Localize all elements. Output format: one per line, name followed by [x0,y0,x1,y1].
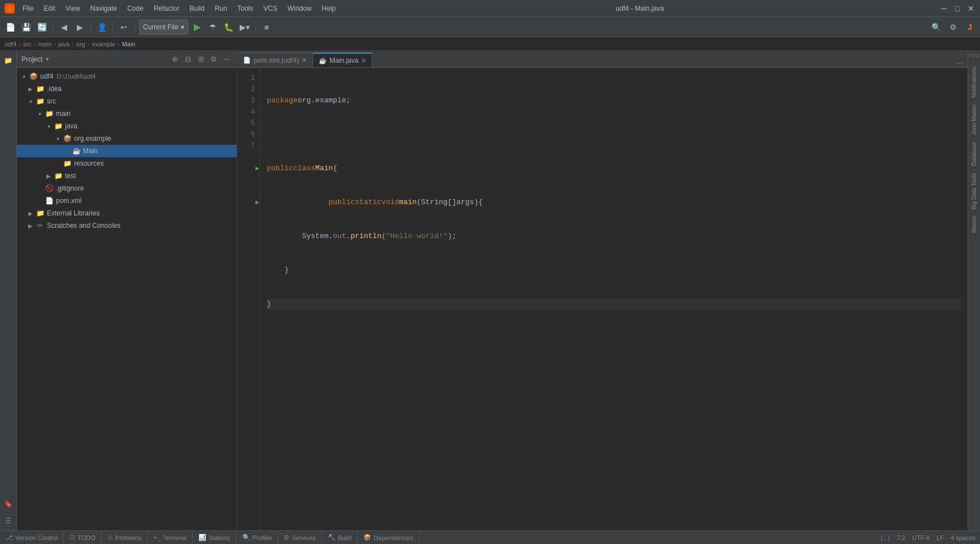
panel-dropdown-arrow[interactable]: ▾ [46,55,49,63]
menu-tools[interactable]: Tools [233,3,258,14]
collapse-all-button[interactable]: ⊟ [182,54,193,65]
breadcrumb-main[interactable]: main [38,41,51,48]
tree-item-idea[interactable]: ▶ 📁 .idea [17,83,237,95]
line-ending-label: LF [936,534,944,541]
breadcrumb-src[interactable]: src [23,41,32,48]
code-line-6: } [267,265,961,276]
more-run-button[interactable]: ▶▾ [238,20,251,34]
jetbrains-button[interactable]: J [963,20,977,34]
undo-button[interactable]: ↩ [117,20,131,34]
run-button[interactable]: ▶ [190,20,204,34]
tree-item-pom[interactable]: 📄 pom.xml [17,195,237,207]
tree-item-main-java[interactable]: ☕ Main [17,145,237,157]
version-control-tab[interactable]: ⎇ Version Control [0,531,64,544]
code-line-4: ▶ public static void main(String[] args)… [267,197,961,208]
menu-window[interactable]: Window [283,3,316,14]
debug-button[interactable]: 🐛 [222,20,236,34]
notifications-panel[interactable]: Notifications [971,63,977,101]
settings-button[interactable]: ⚙ [946,20,960,34]
code-line-1: package org.example; [267,95,961,106]
search-everywhere-button[interactable]: 🔍 [929,20,943,34]
tree-item-scratches[interactable]: ▶ ✏ Scratches and Consoles [17,219,237,232]
tree-arrow-extlibs: ▶ [26,209,35,218]
breadcrumb-main-class[interactable]: Main [122,41,136,48]
menu-navigate[interactable]: Navigate [86,3,122,14]
tree-item-java-src[interactable]: ▾ 📁 java [17,120,237,132]
project-tool-button[interactable]: 📁 [1,53,16,68]
tree-item-main-src[interactable]: ▾ 📁 main [17,107,237,120]
tab-pom[interactable]: 📄 pom.xml (udf4) ✕ [237,53,313,67]
menu-edit[interactable]: Edit [39,3,60,14]
panel-settings-button[interactable]: ⚙ [208,54,219,65]
save-button[interactable]: 💾 [19,20,33,34]
breadcrumb-java[interactable]: java [58,41,70,48]
build-tab[interactable]: 🔨 Build [322,531,358,544]
tab-main[interactable]: ☕ Main.java ✕ [313,53,372,67]
profiler-tab[interactable]: 🔍 Profiler [237,531,279,544]
navigate-button[interactable]: 👤 [95,20,109,34]
tree-item-udf4[interactable]: ▾ 📦 udf4 D:\1\udf4\udf4 [17,70,237,83]
problems-tab[interactable]: ⚠ Problems [102,531,148,544]
expand-all-button[interactable]: ⊞ [195,54,206,65]
tab-pom-label: pom.xml (udf4) [254,57,299,64]
terminal-icon: >_ [153,534,161,541]
run-config-dropdown[interactable]: Current File ▾ [139,20,188,34]
breadcrumb-example[interactable]: example [92,41,115,48]
panel-hide-button[interactable]: ─ [221,54,232,65]
menu-view[interactable]: View [61,3,85,14]
tree-label-src: src [47,97,56,105]
run-gutter-4[interactable]: ▶ [255,197,259,208]
breadcrumb-org[interactable]: org [76,41,85,48]
menu-file[interactable]: File [18,3,38,14]
stop-button[interactable]: ■ [260,20,274,34]
dependencies-tab[interactable]: 📦 Dependencies [358,531,419,544]
structure-button[interactable]: ☰ [1,513,16,528]
menu-build[interactable]: Build [185,3,209,14]
todo-tab[interactable]: ☑ TODO [64,531,102,544]
code-editor[interactable]: 1 2 3 4 5 6 7 package org.example; ▶ pub… [237,68,968,530]
tab-main-close[interactable]: ✕ [361,57,366,64]
tab-more-button[interactable]: ⋯ [952,59,968,67]
menu-refactor[interactable]: Refactor [149,3,184,14]
bookmarks-button[interactable]: 🔖 [1,496,16,511]
big-data-tools-panel[interactable]: Big Data Tools [971,170,977,213]
tree-arrow-orgexample: ▾ [53,134,62,143]
tree-item-orgexample[interactable]: ▾ 📦 org.example [17,132,237,145]
code-line-7: } [267,299,961,310]
terminal-tab[interactable]: >_ Terminal [148,531,193,544]
new-file-button[interactable]: 📄 [3,20,17,34]
back-button[interactable]: ◀ [57,20,71,34]
tree-item-src[interactable]: ▾ 📁 src [17,95,237,107]
database-panel[interactable]: Database [971,139,977,170]
tree-item-test[interactable]: ▶ 📁 test [17,170,237,182]
dependencies-label: Dependencies [374,534,413,541]
tree-item-gitignore[interactable]: 🚫 .gitignore [17,182,237,195]
tab-pom-close[interactable]: ✕ [302,57,307,64]
line-num-7: 7 [237,140,259,152]
run-gutter-3[interactable]: ▶ [255,163,259,174]
services-tab[interactable]: ⚙ Services [278,531,322,544]
coverage-button[interactable]: ☂ [206,20,220,34]
tree-arrow-resources [53,159,62,168]
menu-run[interactable]: Run [210,3,232,14]
code-content[interactable]: package org.example; ▶ public class Main… [260,68,968,530]
maven-panel[interactable]: Maven [971,213,977,236]
maximize-button[interactable]: □ [953,4,962,13]
sync-button[interactable]: 🔄 [35,20,49,34]
forward-button[interactable]: ▶ [73,20,86,34]
json-master-panel[interactable]: Json Master [971,101,977,138]
breadcrumb-udf4[interactable]: udf4 [5,41,16,48]
status-right: (...) 7:2 UTF-8 LF 4 spaces [876,534,980,541]
statistic-tab[interactable]: 📊 Statistic [193,531,237,544]
tree-item-resources[interactable]: 📁 resources [17,157,237,170]
close-button[interactable]: ✕ [966,4,975,13]
locate-file-button[interactable]: ⊕ [169,54,180,65]
menu-help[interactable]: Help [317,3,340,14]
menu-bar: File Edit View Navigate Code Refactor Bu… [18,3,340,14]
minimize-button[interactable]: ─ [939,4,948,13]
menu-code[interactable]: Code [123,3,148,14]
tree-item-extlibs[interactable]: ▶ 📁 External Libraries [17,207,237,219]
menu-vcs[interactable]: VCS [259,3,282,14]
dependencies-icon: 📦 [363,534,371,541]
tree-arrow-udf4: ▾ [19,72,28,81]
